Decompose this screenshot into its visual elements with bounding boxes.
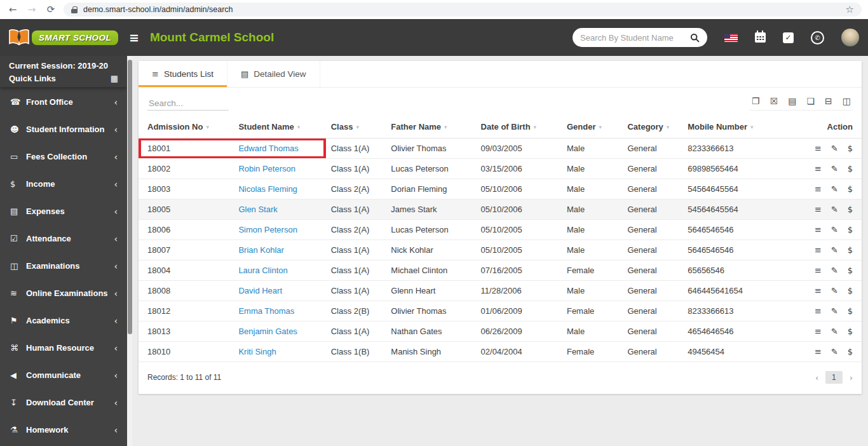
sidebar-item-academics[interactable]: ⚑Academics‹ (0, 307, 127, 334)
column-header-admission-no[interactable]: Admission No▾ (139, 116, 233, 139)
pagination-page-1[interactable]: 1 (825, 371, 843, 384)
action-edit-button[interactable]: ✎ (831, 184, 838, 194)
action-fees-button[interactable]: $ (848, 144, 853, 153)
forward-icon[interactable]: → (25, 5, 38, 15)
action-menu-button[interactable]: ≡ (815, 184, 822, 194)
sidebar-item-human-resource[interactable]: ⌘Human Resource‹ (0, 334, 127, 362)
column-header-class[interactable]: Class▾ (326, 116, 386, 139)
sidebar-item-download-center[interactable]: ↧Download Center‹ (0, 389, 127, 416)
action-fees-button[interactable]: $ (848, 225, 853, 234)
student-name-link[interactable]: Kriti Singh (238, 347, 276, 356)
sidebar-item-fees-collection[interactable]: ▭Fees Collection‹ (0, 143, 127, 170)
sidebar-item-communicate[interactable]: ◀Communicate‹ (0, 362, 127, 389)
student-name-link[interactable]: Laura Clinton (238, 266, 287, 275)
sort-arrow-icon[interactable]: ▾ (297, 124, 301, 130)
refresh-icon[interactable]: ⟳ (44, 5, 57, 15)
excel-icon[interactable]: ☒ (770, 97, 778, 105)
action-edit-button[interactable]: ✎ (831, 205, 838, 214)
csv-icon[interactable]: ▤ (788, 97, 796, 105)
column-header-date-of-birth[interactable]: Date of Birth▾ (476, 116, 562, 139)
pdf-icon[interactable]: ❏ (806, 97, 815, 105)
sort-arrow-icon[interactable]: ▾ (599, 124, 602, 130)
action-fees-button[interactable]: $ (848, 286, 853, 295)
pagination-next[interactable]: › (850, 373, 853, 382)
student-name-link[interactable]: Benjamin Gates (238, 327, 297, 336)
action-menu-button[interactable]: ≡ (815, 245, 822, 255)
action-fees-button[interactable]: $ (848, 266, 853, 275)
action-edit-button[interactable]: ✎ (831, 266, 838, 275)
search-icon[interactable] (690, 33, 700, 43)
grid-icon[interactable]: ▦ (111, 74, 118, 83)
student-name-link[interactable]: Nicolas Fleming (238, 184, 297, 194)
action-menu-button[interactable]: ≡ (815, 266, 822, 275)
action-fees-button[interactable]: $ (848, 306, 853, 316)
action-menu-button[interactable]: ≡ (815, 327, 822, 336)
sidebar-scrollbar[interactable] (127, 56, 132, 446)
column-header-gender[interactable]: Gender▾ (562, 116, 623, 139)
tab-students-list[interactable]: ≡Students List (139, 61, 227, 87)
student-name-link[interactable]: Glen Stark (238, 205, 277, 214)
action-fees-button[interactable]: $ (848, 327, 853, 336)
sort-arrow-icon[interactable]: ▾ (534, 124, 537, 130)
student-name-link[interactable]: Emma Thomas (238, 306, 294, 316)
action-menu-button[interactable]: ≡ (815, 225, 822, 234)
tasks-icon[interactable]: ✓ (783, 32, 794, 43)
action-fees-button[interactable]: $ (848, 347, 853, 356)
sort-arrow-icon[interactable]: ▾ (667, 124, 670, 130)
action-menu-button[interactable]: ≡ (815, 347, 822, 356)
back-icon[interactable]: ← (6, 5, 19, 15)
action-menu-button[interactable]: ≡ (815, 286, 822, 295)
action-fees-button[interactable]: $ (848, 164, 853, 173)
calendar-icon[interactable] (755, 32, 766, 43)
action-edit-button[interactable]: ✎ (831, 306, 838, 316)
action-fees-button[interactable]: $ (848, 205, 853, 214)
bookmark-star-icon[interactable]: ☆ (846, 4, 854, 15)
column-header-category[interactable]: Category▾ (622, 116, 682, 139)
copy-icon[interactable]: ❐ (752, 97, 760, 105)
student-search-box[interactable] (573, 28, 707, 47)
table-search-input[interactable] (147, 97, 229, 111)
action-edit-button[interactable]: ✎ (831, 144, 838, 153)
sort-arrow-icon[interactable]: ▾ (206, 124, 209, 130)
whatsapp-icon[interactable]: ✆ (811, 31, 824, 44)
hamburger-icon[interactable]: ≡ (129, 30, 139, 44)
action-fees-button[interactable]: $ (848, 245, 853, 255)
tab-detailed-view[interactable]: ▤Detailed View (227, 61, 320, 87)
action-menu-button[interactable]: ≡ (815, 205, 822, 214)
column-header-student-name[interactable]: Student Name▾ (233, 116, 325, 139)
pagination-prev[interactable]: ‹ (815, 373, 818, 382)
column-header-action[interactable]: Action (800, 116, 862, 139)
action-edit-button[interactable]: ✎ (831, 327, 838, 336)
action-edit-button[interactable]: ✎ (831, 286, 838, 295)
action-edit-button[interactable]: ✎ (831, 225, 838, 234)
action-edit-button[interactable]: ✎ (831, 347, 838, 356)
sort-arrow-icon[interactable]: ▾ (444, 124, 447, 130)
sort-arrow-icon[interactable]: ▾ (356, 124, 359, 130)
sidebar-item-homework[interactable]: ⚗Homework‹ (0, 416, 127, 443)
sidebar-item-examinations[interactable]: ◫Examinations‹ (0, 252, 127, 280)
sidebar-item-attendance[interactable]: ☑Attendance‹ (0, 225, 127, 252)
sidebar-item-income[interactable]: $Income‹ (0, 170, 127, 198)
sidebar-item-online-examinations[interactable]: ≋Online Examinations‹ (0, 280, 127, 307)
sort-arrow-icon[interactable]: ▾ (750, 124, 754, 130)
action-menu-button[interactable]: ≡ (815, 164, 822, 173)
action-menu-button[interactable]: ≡ (815, 306, 822, 316)
sidebar-item-student-information[interactable]: ☻Student Information‹ (0, 116, 127, 143)
column-header-father-name[interactable]: Father Name▾ (386, 116, 475, 139)
student-name-link[interactable]: David Heart (238, 286, 282, 295)
action-fees-button[interactable]: $ (848, 184, 853, 194)
sidebar-item-front-office[interactable]: ☎Front Office‹ (0, 88, 127, 116)
action-edit-button[interactable]: ✎ (831, 164, 838, 173)
app-logo[interactable]: SMART SCHOOL (0, 29, 119, 46)
student-search-input[interactable] (580, 33, 686, 43)
print-icon[interactable]: ⊟ (825, 97, 832, 105)
column-header-mobile-number[interactable]: Mobile Number▾ (682, 116, 800, 139)
us-flag-icon[interactable] (724, 34, 738, 42)
action-menu-button[interactable]: ≡ (815, 144, 822, 153)
student-name-link[interactable]: Brian Kohlar (238, 245, 284, 255)
sidebar-scrollbar-thumb[interactable] (128, 60, 132, 334)
url-bar[interactable]: demo.smart-school.in/admin/admin/search … (64, 3, 862, 17)
student-name-link[interactable]: Simon Peterson (238, 225, 297, 234)
columns-icon[interactable]: ◫ (843, 97, 851, 105)
action-edit-button[interactable]: ✎ (831, 245, 838, 255)
